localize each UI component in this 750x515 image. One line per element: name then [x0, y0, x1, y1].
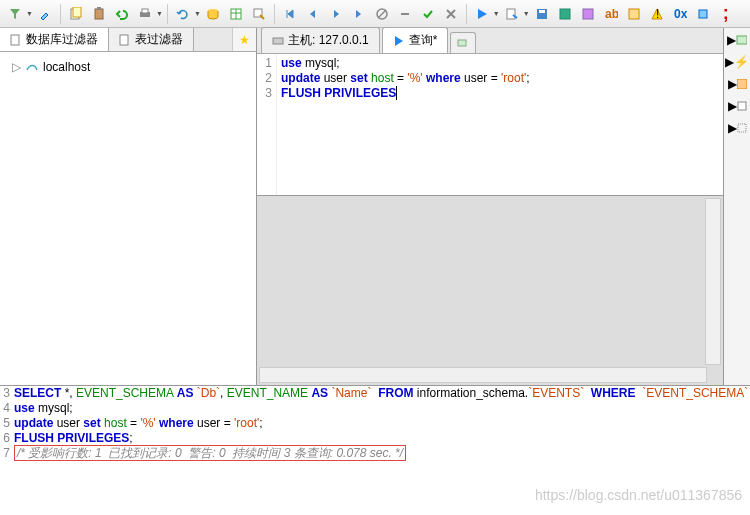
- svg-text:ab: ab: [605, 7, 618, 21]
- save-icon[interactable]: [531, 3, 553, 25]
- right-panel: 主机: 127.0.0.1 查询* 123 use mysql;update u…: [257, 28, 750, 385]
- left-tabs: 数据库过滤器 表过滤器 ★: [0, 28, 256, 52]
- add-tab-icon: [457, 37, 469, 49]
- export-icon[interactable]: [554, 3, 576, 25]
- connection-tree[interactable]: ▷ localhost: [0, 52, 256, 385]
- svg-rect-18: [583, 9, 593, 19]
- svg-rect-5: [142, 9, 148, 13]
- side-flash-icon[interactable]: ▶⚡: [727, 54, 747, 70]
- horizontal-scrollbar[interactable]: [259, 367, 707, 383]
- tab-label: 数据库过滤器: [26, 31, 98, 48]
- svg-rect-14: [507, 9, 515, 19]
- rename-icon[interactable]: ab: [600, 3, 622, 25]
- svg-rect-16: [539, 10, 545, 13]
- last-icon[interactable]: [348, 3, 370, 25]
- print-icon[interactable]: [134, 3, 156, 25]
- paste-icon[interactable]: [88, 3, 110, 25]
- dropdown-icon[interactable]: ▼: [493, 10, 500, 17]
- dropdown-icon[interactable]: ▼: [26, 10, 33, 17]
- editor-tabs: 主机: 127.0.0.1 查询*: [257, 28, 723, 54]
- sql-editor[interactable]: 123 use mysql;update user set host = '%'…: [257, 54, 723, 195]
- svg-rect-29: [737, 79, 747, 89]
- import-icon[interactable]: [577, 3, 599, 25]
- result-grid[interactable]: [257, 195, 723, 385]
- prev-icon[interactable]: [302, 3, 324, 25]
- remove-icon[interactable]: [394, 3, 416, 25]
- svg-rect-3: [97, 7, 101, 10]
- query-tab[interactable]: 查询*: [382, 27, 449, 53]
- main-toolbar: ▼ ▼ ▼ ▼ ▼ ab ! 0x ;: [0, 0, 750, 28]
- snippets-icon[interactable]: [623, 3, 645, 25]
- main-area: 数据库过滤器 表过滤器 ★ ▷ localhost 主机: 127.0.0.1: [0, 28, 750, 385]
- copy-icon[interactable]: [65, 3, 87, 25]
- cancel-icon[interactable]: [371, 3, 393, 25]
- svg-text:0x: 0x: [674, 7, 687, 21]
- code-content[interactable]: use mysql;update user set host = '%' whe…: [277, 54, 534, 195]
- run-icon[interactable]: [471, 3, 493, 25]
- svg-rect-23: [699, 10, 707, 18]
- favorites-button[interactable]: ★: [232, 28, 256, 51]
- tab-label: 表过滤器: [135, 31, 183, 48]
- tab-label: 查询*: [409, 32, 438, 49]
- play-icon: [393, 35, 405, 47]
- svg-rect-30: [738, 102, 746, 110]
- host-tab[interactable]: 主机: 127.0.0.1: [261, 27, 380, 53]
- svg-rect-28: [737, 36, 747, 44]
- svg-rect-24: [11, 35, 19, 45]
- host-label: localhost: [43, 60, 90, 74]
- host-icon: [272, 35, 284, 47]
- side-save-icon[interactable]: ▶: [727, 76, 747, 92]
- vertical-scrollbar[interactable]: [705, 198, 721, 365]
- svg-rect-26: [273, 38, 283, 44]
- svg-rect-2: [95, 9, 103, 19]
- table-filter-tab[interactable]: 表过滤器: [109, 28, 194, 51]
- next-icon[interactable]: [325, 3, 347, 25]
- svg-rect-25: [120, 35, 128, 45]
- side-toolbar: ▶ ▶⚡ ▶ ▶ ▶: [724, 28, 750, 385]
- close-icon[interactable]: [440, 3, 462, 25]
- editor-area: 主机: 127.0.0.1 查询* 123 use mysql;update u…: [257, 28, 724, 385]
- svg-rect-27: [458, 40, 466, 46]
- expand-icon[interactable]: ▷: [12, 60, 21, 74]
- svg-line-12: [378, 10, 386, 18]
- undo-icon[interactable]: [111, 3, 133, 25]
- table-icon[interactable]: [225, 3, 247, 25]
- svg-rect-17: [560, 9, 570, 19]
- svg-rect-1: [73, 7, 81, 17]
- svg-rect-20: [629, 9, 639, 19]
- refresh-icon[interactable]: [172, 3, 194, 25]
- db-filter-tab[interactable]: 数据库过滤器: [0, 28, 109, 51]
- doc-icon: [119, 34, 131, 46]
- table-edit-icon[interactable]: [248, 3, 270, 25]
- hex-icon[interactable]: 0x: [669, 3, 691, 25]
- tree-root-item[interactable]: ▷ localhost: [8, 58, 248, 76]
- tab-label: 主机: 127.0.0.1: [288, 32, 369, 49]
- run-script-icon[interactable]: [501, 3, 523, 25]
- config-icon[interactable]: [692, 3, 714, 25]
- eyedropper-icon[interactable]: [34, 3, 56, 25]
- doc-icon: [10, 34, 22, 46]
- filter-icon[interactable]: [4, 3, 26, 25]
- new-tab-button[interactable]: [450, 32, 476, 53]
- db-icon[interactable]: [202, 3, 224, 25]
- watermark: https://blog.csdn.net/u011367856: [535, 487, 742, 503]
- dolphin-icon: [25, 60, 39, 74]
- side-copy-icon[interactable]: ▶: [727, 98, 747, 114]
- dropdown-icon[interactable]: ▼: [156, 10, 163, 17]
- commit-icon[interactable]: [417, 3, 439, 25]
- left-panel: 数据库过滤器 表过滤器 ★ ▷ localhost: [0, 28, 257, 385]
- line-gutter: 123: [257, 54, 277, 195]
- log-panel[interactable]: 3SELECT *, EVENT_SCHEMA AS `Db`, EVENT_N…: [0, 385, 750, 515]
- semicolon-icon[interactable]: ;: [715, 3, 737, 25]
- first-icon[interactable]: [279, 3, 301, 25]
- side-delete-icon[interactable]: ▶: [727, 120, 747, 136]
- svg-text:!: !: [656, 7, 659, 21]
- side-tab-icon[interactable]: ▶: [727, 32, 747, 48]
- warning-icon[interactable]: !: [646, 3, 668, 25]
- svg-rect-31: [738, 124, 746, 132]
- dropdown-icon[interactable]: ▼: [523, 10, 530, 17]
- dropdown-icon[interactable]: ▼: [194, 10, 201, 17]
